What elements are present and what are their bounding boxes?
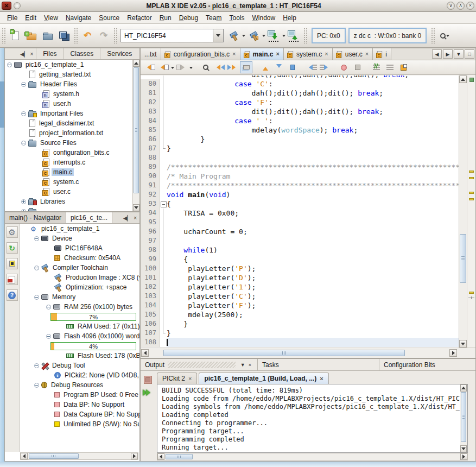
profile-point-button[interactable] [351,61,364,73]
line-number[interactable]: 105 [141,310,160,319]
panel-header-configuration-bits[interactable]: Configuration Bits [379,359,475,370]
fold-margin[interactable] [160,162,167,172]
dashboard-item[interactable]: Compiler Toolchain [20,263,139,273]
previous-bookmark-button[interactable] [259,61,271,73]
code-line[interactable]: 88 [141,153,459,162]
tree-expand-knob[interactable] [21,199,26,204]
tree-expand-knob[interactable] [34,295,39,300]
line-number[interactable]: 80 [141,79,160,89]
panel-header-output[interactable]: Output▼× [141,359,258,370]
output-tab[interactable]: pic16_c_template_1 (Build, Load, ...)× [199,373,328,384]
scroll-right-icon[interactable] [449,349,457,357]
code-line[interactable]: 98 while(1) [141,245,459,255]
tree-expand-knob[interactable] [21,82,26,87]
menu-refactor[interactable]: Refactor [123,12,155,23]
line-number[interactable]: 84 [141,116,160,125]
project-tree-item[interactable]: user.c [5,187,132,197]
dashboard-item[interactable]: Flash 4096 (0x1000) word [20,331,139,341]
dashboard-item[interactable]: PIC16F648A [20,243,139,253]
scrollbar-thumb[interactable] [134,67,139,193]
scroll-tabs-right-icon[interactable]: ▶ [443,49,453,59]
warning-mark[interactable] [469,171,474,173]
editor-tab[interactable]: main.c× [240,48,284,60]
line-number[interactable]: 94 [141,209,160,218]
line-number[interactable]: 102 [141,282,160,292]
read-device-memory-button[interactable] [285,28,302,44]
fold-margin[interactable] [160,79,167,89]
console-vertical-scrollbar[interactable] [460,384,468,453]
scroll-down-icon[interactable] [460,445,467,452]
scrollbar-thumb[interactable] [460,234,466,283]
previous-occurrence-button[interactable] [213,61,225,73]
tree-expand-knob[interactable] [34,383,39,388]
code-line[interactable]: 92void main(void) [141,190,459,199]
dashboard-item[interactable]: Data BP: No Support [20,400,139,409]
project-tree-item[interactable]: Important Files [5,109,132,118]
line-number[interactable]: 91 [141,181,160,190]
scroll-right-icon[interactable] [131,453,138,459]
tree-expand-knob[interactable] [21,111,26,116]
code-line[interactable]: 100 playLetter('P'); [141,264,459,273]
editor-vertical-scrollbar[interactable] [459,75,467,348]
close-panel-icon[interactable]: × [134,215,137,221]
menu-debug[interactable]: Debug [175,12,202,23]
project-tree-item[interactable]: user.h [5,99,132,109]
dashboard-item[interactable]: Program BP Used: 0 Free [20,390,139,400]
code-editor[interactable]: dit();dah();dah();dah();dah(); break;80 … [141,75,459,348]
fold-margin[interactable] [160,135,167,144]
fold-margin[interactable] [160,319,167,329]
fold-margin[interactable] [160,338,167,347]
project-tree-item[interactable]: Libraries [5,197,132,206]
close-tab-icon[interactable]: × [320,375,323,382]
new-project-button[interactable]: + [23,28,40,44]
fold-margin[interactable] [160,144,167,153]
tab-files[interactable]: Files [36,48,63,59]
line-number[interactable]: 86 [141,135,160,144]
close-tab-icon[interactable]: × [325,51,328,57]
code-line[interactable]: 105 mdelay(2500); [141,310,459,319]
scroll-down-icon[interactable] [133,204,139,211]
project-tree-item[interactable]: system.h [5,89,132,99]
dashboard-item[interactable]: Data Capture BP: No Supp [20,409,139,419]
code-line[interactable]: 86 } [141,135,459,144]
window-maximize-icon[interactable]: ∧ [456,2,465,10]
line-number[interactable]: 90 [141,172,160,181]
refresh-button[interactable]: ↻ [7,242,18,254]
tab-list-dropdown-icon[interactable]: ▼ [454,49,464,59]
dashboard-horizontal-scrollbar[interactable] [20,452,138,460]
menu-file[interactable]: File [3,12,21,23]
menu-tools[interactable]: Tools [225,12,248,23]
code-line[interactable]: 102 playLetter('1'); [141,282,459,292]
project-tree-item[interactable]: system.c [5,177,132,187]
fold-margin[interactable] [160,273,167,282]
line-number[interactable]: 82 [141,98,160,107]
warning-mark[interactable] [469,192,474,194]
scrollbar-thumb[interactable] [166,454,193,459]
fold-margin[interactable] [160,329,167,338]
line-number[interactable]: 81 [141,89,160,98]
drag-handle[interactable] [168,362,236,368]
menu-view[interactable]: View [40,12,62,23]
minimize-panel-icon[interactable]: ◀▏ [123,215,131,221]
tree-expand-knob[interactable] [34,236,39,241]
fold-margin[interactable] [160,255,167,264]
code-line[interactable]: 108 [141,338,459,347]
line-number[interactable]: 103 [141,292,160,301]
dashboard-item[interactable]: pic16_c_template_1 [20,224,139,234]
code-line[interactable]: 103 playLetter('C'); [141,292,459,301]
fold-margin[interactable] [160,218,167,227]
fold-margin[interactable] [160,153,167,162]
editor-tab[interactable]: ...txt [141,48,161,60]
tree-expand-knob[interactable] [7,62,12,67]
line-number[interactable]: 98 [141,245,160,255]
minimize-window-group-icon[interactable]: ▼ [239,362,247,368]
navigate-back-button[interactable] [157,61,169,73]
code-line[interactable]: 82 case 'F': [141,98,459,107]
dashboard-tab[interactable]: pic16_c_te... [66,212,112,223]
fold-margin[interactable] [160,107,167,116]
fold-margin[interactable] [160,89,167,98]
fold-margin[interactable] [160,292,167,301]
new-file-button[interactable]: + [7,28,23,44]
code-line[interactable]: 80 case 'C': [141,79,459,89]
window-close-icon[interactable]: ✕ [2,2,11,10]
